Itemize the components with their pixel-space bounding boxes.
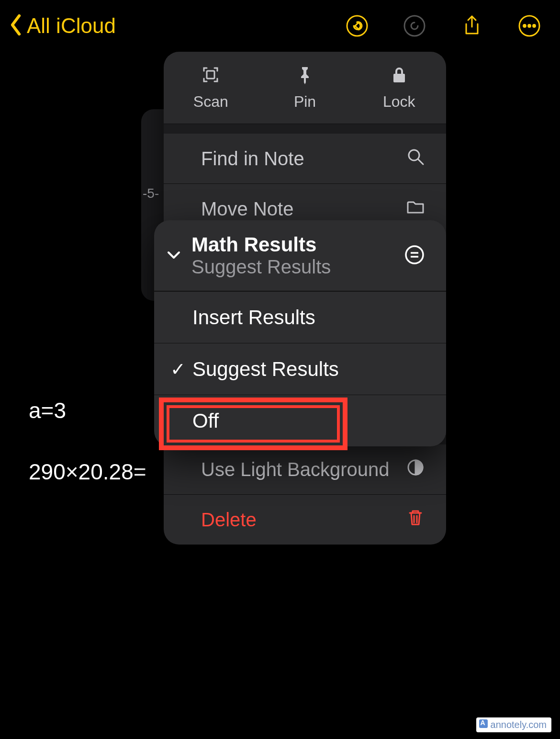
menu-move-label: Move Note [201, 198, 293, 220]
menu-delete[interactable]: Delete [164, 495, 446, 545]
menu-light-label: Use Light Background [201, 459, 390, 480]
scan-icon [201, 65, 220, 86]
background-tick-label: -5- [143, 186, 159, 201]
menu-find-label: Find in Note [201, 148, 304, 170]
note-line-1: a=3 [29, 398, 66, 423]
folder-icon [406, 197, 425, 221]
menu-delete-label: Delete [201, 509, 257, 531]
lock-icon [390, 65, 409, 86]
svg-line-8 [418, 159, 423, 164]
submenu-title: Math Results [191, 233, 331, 256]
menu-find-in-note[interactable]: Find in Note [164, 134, 446, 183]
menu-scan[interactable]: Scan [164, 52, 258, 124]
chevron-down-icon [166, 247, 182, 265]
submenu-header[interactable]: Math Results Suggest Results [154, 220, 446, 291]
menu-scan-label: Scan [193, 93, 228, 111]
svg-point-1 [404, 16, 425, 36]
undo-button[interactable] [346, 14, 369, 37]
menu-pin-label: Pin [294, 93, 316, 111]
svg-point-4 [528, 25, 531, 27]
more-button[interactable] [518, 14, 541, 37]
back-button[interactable]: All iCloud [9, 13, 116, 38]
menu-lock-label: Lock [383, 93, 415, 111]
annotation-box-inner [167, 405, 340, 443]
svg-point-5 [533, 25, 536, 27]
svg-point-7 [409, 150, 419, 160]
menu-lock[interactable]: Lock [352, 52, 446, 124]
menu-pin[interactable]: Pin [258, 52, 352, 124]
submenu-subtitle: Suggest Results [191, 256, 331, 278]
search-icon [406, 147, 425, 171]
option-insert-results[interactable]: Insert Results [154, 291, 446, 343]
redo-button [403, 14, 426, 37]
equals-circle-icon [404, 244, 425, 267]
note-line-2: 290×20.28= [29, 459, 146, 485]
half-circle-icon [406, 458, 425, 481]
watermark: annotely.com [476, 717, 551, 732]
trash-icon [406, 508, 425, 532]
option-suggest-results[interactable]: Suggest Results [154, 343, 446, 395]
share-button[interactable] [460, 14, 483, 37]
back-label: All iCloud [27, 14, 116, 38]
svg-point-12 [406, 246, 423, 263]
option-suggest-label: Suggest Results [192, 358, 339, 381]
menu-light-background[interactable]: Use Light Background [164, 444, 446, 494]
option-insert-label: Insert Results [192, 306, 315, 329]
pin-icon [295, 65, 314, 86]
svg-point-3 [524, 25, 526, 27]
svg-rect-6 [207, 71, 214, 79]
chevron-left-icon [9, 13, 23, 38]
